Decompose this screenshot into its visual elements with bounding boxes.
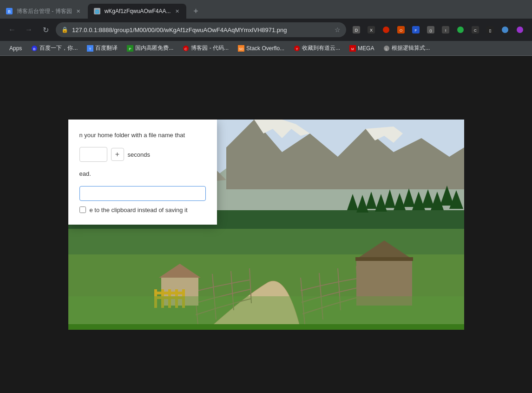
- extension-icon-6[interactable]: (): [424, 23, 437, 36]
- extension-icon-8[interactable]: [454, 23, 467, 36]
- text-input-field[interactable]: [79, 186, 206, 201]
- new-tab-button[interactable]: +: [188, 4, 203, 19]
- landscape-image: n your home folder with a file name that…: [68, 120, 464, 330]
- address-text: 127.0.0.1:8888/group1/M00/00/00/wKgAf1zF…: [72, 27, 331, 33]
- bookmark-baidu[interactable]: B 百度一下，你...: [27, 43, 81, 53]
- dialog-text-2: ead.: [79, 169, 206, 179]
- tab-2-close[interactable]: ✕: [173, 7, 181, 15]
- svg-text:SO: SO: [239, 47, 244, 51]
- svg-point-8: [383, 27, 389, 33]
- tab-1[interactable]: B 博客后台管理 - 博客园 ✕: [0, 4, 88, 19]
- svg-text:P: P: [129, 47, 131, 51]
- svg-text:I: I: [445, 28, 446, 33]
- lock-icon: 🔒: [61, 27, 68, 33]
- svg-text:C: C: [474, 28, 477, 33]
- extension-icon-4[interactable]: O: [394, 23, 407, 36]
- extension-icon-1[interactable]: D: [350, 23, 363, 36]
- tab-bar: B 博客后台管理 - 博客园 ✕ 🌐 wKgAf1zFqwuAOwF4AA...…: [0, 0, 532, 19]
- extension-icon-11[interactable]: [499, 23, 512, 36]
- bookmark-mega[interactable]: M MEGA: [346, 44, 378, 53]
- svg-text:O: O: [400, 28, 402, 33]
- svg-rect-71: [355, 257, 413, 261]
- extension-icon-5[interactable]: F: [409, 23, 422, 36]
- overlay-dialog: n your home folder with a file name that…: [68, 120, 217, 225]
- bookmark-stackoverflow[interactable]: SO Stack Overflo...: [234, 44, 288, 53]
- checkbox-row: e to the clipboard instead of saving it: [79, 206, 206, 213]
- tab-1-favicon: B: [6, 7, 13, 15]
- extension-icon-2[interactable]: X: [365, 23, 378, 36]
- svg-text:(): (): [429, 28, 432, 33]
- plus-button[interactable]: +: [111, 148, 124, 161]
- clipboard-checkbox[interactable]: [79, 206, 86, 213]
- checkbox-label: e to the clipboard instead of saving it: [90, 206, 188, 213]
- tab-2[interactable]: 🌐 wKgAf1zFqwuAOwF4AA... ✕: [88, 4, 187, 19]
- tab-1-close[interactable]: ✕: [75, 7, 82, 15]
- image-container: n your home folder with a file name that…: [68, 120, 464, 330]
- forward-button[interactable]: →: [22, 23, 35, 36]
- svg-text:[]: []: [489, 29, 491, 33]
- bookmark-logic[interactable]: L 根据逻辑算式...: [380, 43, 433, 53]
- back-button[interactable]: ←: [6, 23, 19, 36]
- svg-text:🌐: 🌐: [95, 9, 99, 14]
- extension-icon-12[interactable]: [513, 23, 526, 36]
- svg-text:T: T: [89, 47, 92, 51]
- tab-2-title: wKgAf1zFqwuAOwF4AA...: [105, 8, 171, 14]
- tab-2-favicon: 🌐: [93, 7, 101, 15]
- extension-icon-7[interactable]: I: [439, 23, 452, 36]
- bookmark-youdao[interactable]: Y 收藏到有道云...: [290, 43, 344, 53]
- svg-rect-82: [68, 324, 464, 330]
- seconds-label: seconds: [128, 151, 150, 158]
- svg-text:X: X: [370, 28, 373, 33]
- svg-text:D: D: [355, 28, 358, 33]
- seconds-row: + seconds: [79, 147, 206, 162]
- svg-text:B: B: [8, 9, 11, 14]
- address-bar: ← → ↻ 🔒 127.0.0.1:8888/group1/M00/00/00/…: [0, 19, 532, 41]
- toolbar-icons: D X O F () I C: [350, 23, 526, 36]
- svg-text:M: M: [351, 47, 354, 51]
- seconds-input[interactable]: [79, 147, 107, 162]
- svg-text:Y: Y: [296, 47, 298, 51]
- svg-point-22: [502, 27, 508, 33]
- svg-text:B: B: [33, 47, 36, 51]
- reload-button[interactable]: ↻: [39, 23, 52, 36]
- page-content: n your home folder with a file name that…: [0, 56, 532, 393]
- bookmark-translate[interactable]: T 百度翻译: [83, 43, 121, 53]
- dialog-text-1: n your home folder with a file name that: [79, 131, 206, 140]
- bookmark-apps[interactable]: Apps: [6, 44, 26, 53]
- bookmark-star-icon[interactable]: ☆: [335, 26, 341, 33]
- bookmark-cnblogs[interactable]: C 博客园 - 代码...: [179, 43, 232, 53]
- bookmark-proxy[interactable]: P 国内高匿免费...: [123, 43, 177, 53]
- svg-point-23: [517, 27, 523, 33]
- tab-1-title: 博客后台管理 - 博客园: [17, 7, 72, 15]
- extension-icon-9[interactable]: C: [469, 23, 482, 36]
- browser-chrome: B 博客后台管理 - 博客园 ✕ 🌐 wKgAf1zFqwuAOwF4AA...…: [0, 0, 532, 56]
- address-input-wrap: 🔒 127.0.0.1:8888/group1/M00/00/00/wKgAf1…: [56, 22, 346, 37]
- bookmarks-bar: Apps B 百度一下，你... T 百度翻译 P 国内高匿免费... C 博客…: [0, 41, 532, 56]
- svg-text:C: C: [185, 47, 188, 51]
- extension-icon-3[interactable]: [380, 23, 393, 36]
- svg-text:F: F: [415, 28, 417, 33]
- extension-icon-10[interactable]: []: [484, 23, 497, 36]
- svg-text:L: L: [386, 47, 388, 51]
- svg-point-17: [457, 27, 464, 33]
